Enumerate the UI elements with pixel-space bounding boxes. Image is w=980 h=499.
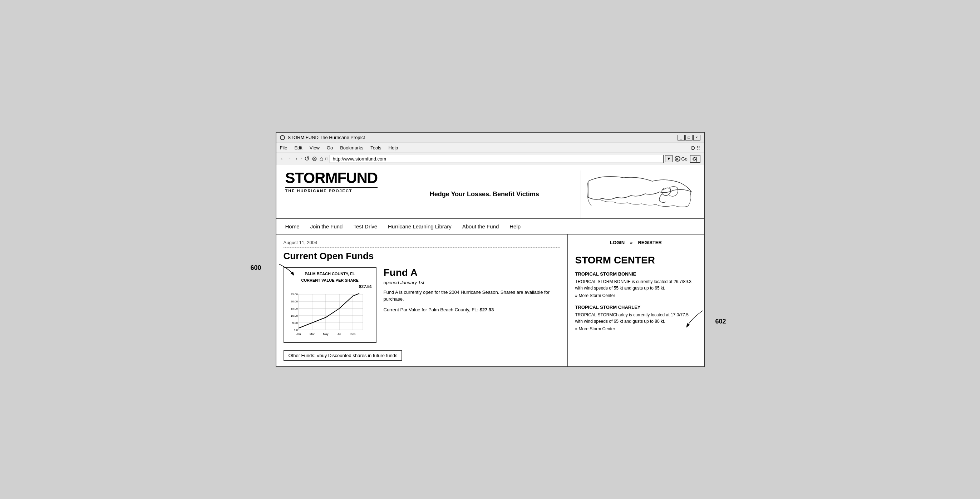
fund-description: Fund A is currently open for the 2004 Hu… [383, 289, 560, 303]
storm-bonnie-desc: TROPICAL STORM BONNIE is currently locat… [575, 278, 697, 291]
site-logo: STORMFUND [285, 170, 378, 186]
map-area [581, 170, 695, 218]
storm-charley-more[interactable]: » More Storm Center [575, 326, 697, 331]
fund-opened: opened January 1st [383, 280, 560, 285]
svg-text:Mar: Mar [310, 332, 315, 335]
nav-right-icon[interactable]: G| [690, 155, 700, 163]
title-icon [280, 135, 285, 140]
date-display: August 11, 2004 [283, 240, 560, 248]
address-icon: □ [325, 156, 328, 161]
menu-edit[interactable]: Edit [294, 145, 302, 151]
site-header: STORMFUND THE HURRICANE PROJECT Hedge Yo… [276, 165, 704, 219]
storm-charley-desc: TROPICAL STORMCharley is currently locat… [575, 312, 697, 324]
right-column: LOGIN » REGISTER STORM CENTER TROPICAL S… [568, 235, 704, 367]
nav-library[interactable]: Hurricane Learning Library [388, 223, 452, 229]
home-button[interactable]: ⌂ [319, 155, 323, 163]
login-link[interactable]: LOGIN [610, 240, 625, 245]
stop-button[interactable]: ⊗ [312, 155, 317, 163]
window-controls: _ □ × [678, 135, 700, 140]
nav-join[interactable]: Join the Fund [310, 223, 343, 229]
main-content: August 11, 2004 Current Open Funds PALM … [276, 235, 704, 367]
svg-text:May: May [323, 332, 328, 335]
maximize-button[interactable]: □ [686, 135, 692, 140]
chart-subtitle: CURRENT VALUE PER SHARE [288, 278, 372, 283]
nav-home[interactable]: Home [285, 223, 300, 229]
menu-go[interactable]: Go [327, 145, 333, 151]
go-circle-icon: ▶ [675, 156, 680, 162]
title-bar-left: STORM:FUND The Hurricane Project [280, 135, 365, 140]
browser-window: STORM:FUND The Hurricane Project _ □ × F… [276, 132, 705, 367]
chart-county: PALM BEACH COUNTY, FL [288, 271, 372, 276]
site-content: STORMFUND THE HURRICANE PROJECT Hedge Yo… [276, 165, 704, 367]
menu-tools[interactable]: Tools [371, 145, 381, 151]
nav-about[interactable]: About the Fund [462, 223, 499, 229]
site-subtitle: THE HURRICANE PROJECT [285, 187, 378, 193]
left-column: August 11, 2004 Current Open Funds PALM … [276, 235, 568, 367]
current-funds-title: Current Open Funds [283, 251, 560, 262]
menu-right-icons: ⊙ ⁝⁝ [690, 145, 700, 151]
nav-sep2: · [301, 156, 302, 162]
fund-par-label: Current Par Value for Palm Beach County,… [383, 307, 478, 312]
storm-center-title: STORM CENTER [575, 254, 697, 266]
menu-help[interactable]: Help [389, 145, 398, 151]
svg-text:Jul: Jul [337, 332, 341, 335]
address-bar: □ ▼ [325, 155, 673, 163]
svg-text:15.00: 15.00 [290, 307, 298, 310]
svg-text:20.00: 20.00 [290, 300, 298, 303]
nav-test-drive[interactable]: Test Drive [353, 223, 377, 229]
refresh-button[interactable]: ↺ [304, 155, 310, 163]
svg-text:0.0: 0.0 [294, 329, 298, 332]
logo-area: STORMFUND THE HURRICANE PROJECT [285, 170, 389, 218]
go-label: Go [681, 156, 687, 162]
site-nav: Home Join the Fund Test Drive Hurricane … [276, 219, 704, 235]
svg-text:Jan: Jan [296, 332, 301, 335]
annotation-600: 600 [251, 264, 261, 272]
fund-container: PALM BEACH COUNTY, FL CURRENT VALUE PER … [283, 267, 560, 343]
fund-par: Current Par Value for Palm Beach County,… [383, 306, 560, 313]
fund-info: Fund A opened January 1st Fund A is curr… [383, 267, 560, 343]
nav-help[interactable]: Help [509, 223, 520, 229]
menu-file[interactable]: File [280, 145, 288, 151]
svg-text:Sep: Sep [350, 332, 355, 335]
login-bar: LOGIN » REGISTER [575, 240, 697, 249]
chart-svg: 25.00 20.00 15.00 10.00 5.00 0.0 Jan Mar… [288, 291, 366, 337]
browser-title: STORM:FUND The Hurricane Project [288, 135, 365, 140]
annotation-602: 602 [715, 318, 726, 325]
storm-bonnie-name: TROPICAL STORM BONNIE [575, 271, 697, 277]
other-funds[interactable]: Other Funds: »buy Discounted shares in f… [283, 350, 402, 361]
nav-toolbar: ← · → · ↺ ⊗ ⌂ □ ▼ ▶ Go G| [276, 153, 704, 165]
address-dropdown[interactable]: ▼ [665, 155, 673, 162]
minimize-button[interactable]: _ [678, 135, 685, 140]
storm-item-charley: TROPICAL STORM CHARLEY TROPICAL STORMCha… [575, 305, 697, 331]
forward-button[interactable]: → [292, 155, 299, 163]
nav-sep1: · [288, 156, 290, 162]
menu-bar: File Edit View Go Bookmarks Tools Help ⊙… [276, 143, 704, 153]
go-button[interactable]: ▶ Go [675, 156, 687, 162]
chart-price: $27.51 [288, 284, 372, 289]
login-sep: » [630, 240, 633, 245]
menu-view[interactable]: View [310, 145, 320, 151]
storm-charley-name: TROPICAL STORM CHARLEY [575, 305, 697, 310]
title-bar: STORM:FUND The Hurricane Project _ □ × [276, 133, 704, 143]
close-button[interactable]: × [693, 135, 700, 140]
menu-bookmarks[interactable]: Bookmarks [340, 145, 363, 151]
svg-text:25.00: 25.00 [290, 293, 298, 296]
register-link[interactable]: REGISTER [638, 240, 662, 245]
address-input[interactable] [329, 155, 663, 163]
fund-chart: PALM BEACH COUNTY, FL CURRENT VALUE PER … [283, 267, 377, 343]
svg-text:10.00: 10.00 [290, 314, 298, 318]
back-button[interactable]: ← [280, 155, 286, 163]
svg-text:5.00: 5.00 [292, 321, 298, 324]
fund-par-value: $27.93 [480, 307, 494, 312]
fund-name: Fund A [383, 267, 560, 278]
site-slogan: Hedge Your Losses. Benefit Victims [388, 170, 580, 218]
hurricane-map [581, 170, 695, 217]
storm-item-bonnie: TROPICAL STORM BONNIE TROPICAL STORM BON… [575, 271, 697, 298]
storm-bonnie-more[interactable]: » More Storm Center [575, 293, 697, 298]
